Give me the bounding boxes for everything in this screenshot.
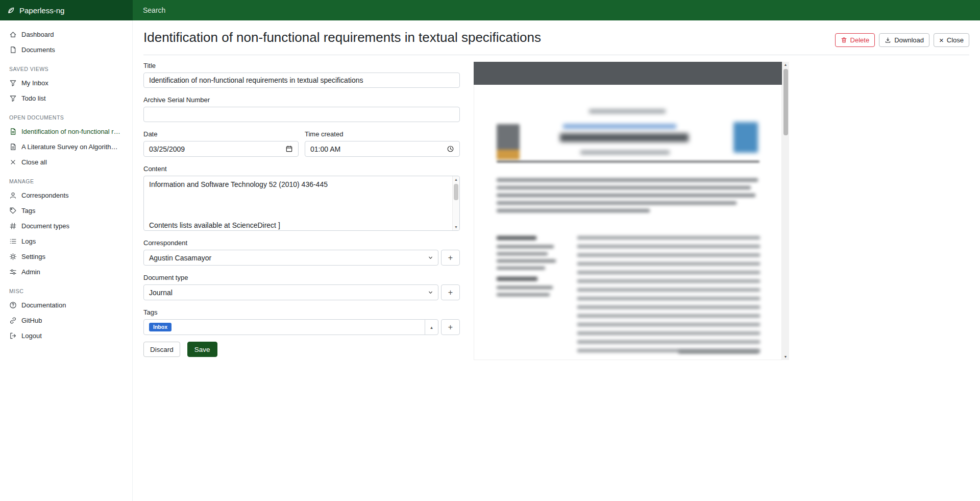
add-document-type-button[interactable]: + (441, 284, 460, 300)
blur-publisher-logo (733, 122, 758, 153)
correspondent-label: Correspondent (143, 239, 460, 247)
blur-line (497, 293, 550, 296)
title-label: Title (143, 62, 460, 69)
blur-line (589, 109, 666, 113)
caret-up-icon: ▴ (430, 325, 433, 330)
blur-line (497, 245, 554, 248)
scroll-up-icon[interactable]: ▲ (454, 176, 458, 183)
add-tag-button[interactable]: + (441, 319, 460, 335)
archive-serial-input[interactable] (143, 107, 460, 122)
sidebar-item-todo-list[interactable]: Todo list (0, 90, 132, 106)
scroll-up-icon[interactable]: ▲ (784, 62, 788, 68)
sidebar-item-logs[interactable]: Logs (0, 233, 132, 249)
close-icon: × (939, 36, 944, 44)
search-bar[interactable]: Search (133, 0, 980, 20)
tag-badge-inbox[interactable]: Inbox (149, 323, 172, 332)
archive-serial-label: Archive Serial Number (143, 96, 460, 104)
scrollbar-thumb[interactable] (454, 184, 458, 200)
search-input[interactable]: Search (143, 6, 165, 14)
tags-input[interactable]: Inbox (143, 319, 425, 335)
save-button[interactable]: Save (187, 342, 217, 357)
funnel-icon (9, 94, 17, 102)
content-textarea[interactable]: Information and Software Technology 52 (… (143, 176, 460, 231)
date-label: Date (143, 130, 299, 138)
sidebar-open-document-2[interactable]: A Literature Survey on Algorithms for Mu… (0, 139, 132, 154)
file-text-icon (9, 128, 17, 135)
person-icon (9, 192, 17, 199)
leaf-logo-icon (7, 7, 15, 14)
blur-line (497, 267, 545, 270)
main-content: Identification of non-functional require… (133, 20, 980, 501)
page-title: Identification of non-functional require… (143, 29, 541, 46)
content-scrollbar[interactable]: ▲ ▼ (452, 176, 459, 230)
pdf-scrollbar[interactable]: ▲ ▼ (782, 62, 789, 360)
sidebar-header-misc: MISC (0, 279, 132, 297)
scroll-down-icon[interactable]: ▼ (454, 224, 458, 230)
document-form: Title Archive Serial Number Date 03/25/2… (143, 62, 460, 357)
blur-line (497, 178, 758, 182)
calendar-icon[interactable] (285, 145, 293, 153)
sidebar-item-my-inbox[interactable]: My Inbox (0, 75, 132, 90)
sidebar-item-correspondents[interactable]: Correspondents (0, 187, 132, 203)
list-icon (9, 237, 17, 245)
sidebar-item-settings[interactable]: Settings (0, 249, 132, 264)
delete-button[interactable]: Delete (835, 33, 875, 47)
sidebar-item-dashboard[interactable]: Dashboard (0, 27, 132, 42)
blur-abstract-block (577, 236, 760, 357)
sidebar-item-logout[interactable]: Logout (0, 328, 132, 343)
funnel-icon (9, 79, 17, 87)
blur-line (580, 151, 670, 154)
sidebar-item-documentation[interactable]: Documentation (0, 297, 132, 313)
sidebar-item-admin[interactable]: Admin (0, 264, 132, 279)
sidebar-item-tags[interactable]: Tags (0, 203, 132, 218)
sidebar: Dashboard Documents SAVED VIEWS My Inbox… (0, 20, 133, 501)
pdf-toolbar[interactable] (474, 62, 782, 85)
document-detail: Title Archive Serial Number Date 03/25/2… (143, 55, 969, 360)
file-text-icon (9, 143, 17, 151)
title-input[interactable] (143, 73, 460, 88)
scroll-down-icon[interactable]: ▼ (784, 354, 788, 360)
add-correspondent-button[interactable]: + (441, 250, 460, 266)
blur-line (497, 252, 548, 255)
sidebar-header-saved-views: SAVED VIEWS (0, 57, 132, 75)
clock-icon[interactable] (447, 145, 454, 153)
content-text: Information and Software Technology 52 (… (144, 176, 459, 231)
download-button[interactable]: Download (879, 33, 929, 47)
app-root: Paperless-ng Search Dashboard Documents … (0, 0, 980, 501)
top-navbar: Paperless-ng Search (0, 0, 980, 20)
trash-icon (841, 37, 847, 43)
sidebar-header-manage: MANAGE (0, 170, 132, 187)
sidebar-item-close-all[interactable]: Close all (0, 154, 132, 170)
close-button[interactable]: × Close (934, 33, 969, 47)
sidebar-item-github[interactable]: GitHub (0, 313, 132, 328)
pdf-viewer (474, 62, 782, 360)
blur-line (497, 259, 556, 263)
document-type-label: Document type (143, 274, 460, 281)
question-circle-icon (9, 301, 17, 309)
scrollbar-thumb[interactable] (783, 69, 788, 135)
sidebar-item-document-types[interactable]: Document types (0, 218, 132, 233)
app-brand[interactable]: Paperless-ng (0, 0, 133, 20)
tags-caret-button[interactable]: ▴ (425, 319, 438, 335)
document-header: Identification of non-functional require… (143, 20, 969, 55)
correspondent-select[interactable]: Agustin Casamayor (143, 250, 438, 266)
blur-rule (497, 161, 760, 162)
time-created-input[interactable]: 01:00 AM (305, 141, 460, 157)
sidebar-open-document-1[interactable]: Identification of non-functional require… (0, 124, 132, 139)
sidebar-item-documents[interactable]: Documents (0, 42, 132, 57)
plus-icon: + (448, 253, 453, 263)
pdf-preview: ▲ ▼ (474, 62, 789, 360)
header-actions: Delete Download × Close (835, 33, 969, 47)
sliders-icon (9, 268, 17, 276)
blur-line (563, 124, 676, 129)
date-input[interactable]: 03/25/2009 (143, 141, 299, 157)
plus-icon: + (448, 323, 453, 332)
discard-button[interactable]: Discard (143, 342, 180, 357)
blur-line (497, 201, 737, 205)
blur-heading (497, 277, 537, 281)
blur-line (497, 286, 553, 289)
document-type-select[interactable]: Journal (143, 284, 438, 300)
blur-line (497, 194, 755, 197)
github-icon (9, 317, 17, 324)
app-brand-label: Paperless-ng (19, 6, 64, 15)
